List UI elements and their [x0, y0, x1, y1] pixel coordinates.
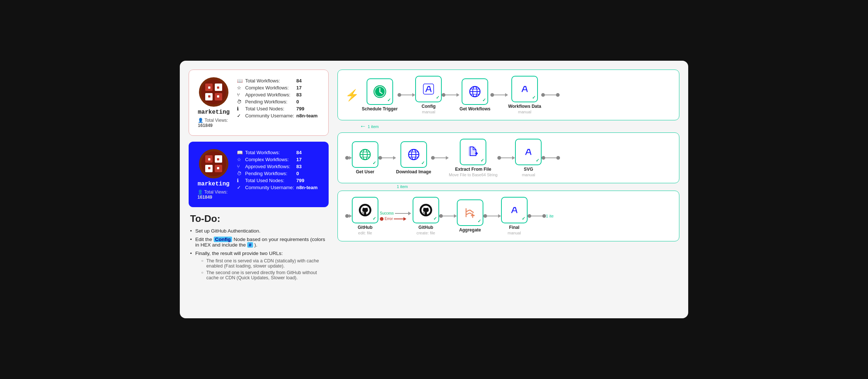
- node-check: ✓: [387, 98, 391, 103]
- stat-icon: 📖: [237, 77, 245, 84]
- svg-rect-14: [208, 167, 210, 169]
- node-label-aggregate: Aggregate: [459, 227, 481, 233]
- node-check: ✓: [421, 160, 425, 166]
- arrow-2-1: [378, 156, 396, 160]
- node-box-schedule-trigger[interactable]: ✓: [367, 78, 393, 105]
- stat-icon: ⑂: [237, 163, 245, 170]
- node-check: ✓: [482, 98, 486, 103]
- node-final: ✓ Final manual: [501, 197, 528, 235]
- node-sublabel-final: manual: [508, 231, 521, 235]
- node-check: ✓: [477, 219, 481, 224]
- svg-rect-15: [217, 167, 219, 169]
- row2-item-label: 1 item: [397, 184, 408, 189]
- avatar-light: [199, 77, 228, 107]
- node-box-download-image[interactable]: ✓: [400, 141, 427, 168]
- node-box-aggregate[interactable]: ✓: [457, 199, 483, 226]
- node-label-get-user: Get User: [356, 169, 374, 174]
- stat-icon: ☆: [237, 156, 245, 163]
- card-dark-name: marketing: [197, 181, 229, 187]
- stat-icon: 📖: [237, 149, 245, 156]
- branch-error: Error: [380, 217, 406, 221]
- node-box-github-create[interactable]: ✓: [413, 197, 439, 223]
- node-box-workflows-data[interactable]: ✓: [511, 76, 538, 102]
- stat-icon: ⏱: [237, 170, 245, 177]
- node-extract-from-file: ✓ Extract From File Move File to Base64 …: [449, 139, 497, 177]
- avatar-dark: [199, 149, 228, 178]
- node-label-final: Final: [509, 225, 519, 230]
- svg-rect-13: [217, 158, 219, 160]
- card-dark-views: 👤 Total Views: 161849: [197, 190, 230, 200]
- todo-list: Set up GitHub Authentication. Edit the C…: [190, 228, 327, 280]
- node-svg: ✓ SVG manual: [515, 139, 542, 177]
- svg-rect-7: [217, 95, 219, 98]
- left-panel: marketing 👤 Total Views: 161849 📖 Total …: [189, 70, 329, 309]
- node-download-image: ✓ Download Image: [396, 141, 431, 174]
- svg-rect-4: [208, 86, 210, 89]
- arrow-2-2: [431, 156, 449, 160]
- node-schedule-trigger: ✓ Schedule Trigger: [362, 78, 398, 111]
- hash-note: #: [247, 242, 253, 248]
- sub-item-2: The second one is served directly from G…: [201, 270, 327, 280]
- node-label-github-create: GitHub: [419, 225, 433, 230]
- node-box-extract-from-file[interactable]: ✓: [460, 139, 486, 165]
- todo-item-1: Set up GitHub Authentication.: [190, 228, 327, 234]
- node-github-edit: ✓ GitHub edit: file: [352, 197, 378, 235]
- arrow-3-2: [439, 214, 457, 218]
- stat-icon: ⏱: [237, 98, 245, 105]
- stat-icon: ✓: [237, 112, 245, 119]
- node-get-user: ✓ Get User: [352, 141, 378, 174]
- node-box-config[interactable]: ✓: [415, 76, 442, 102]
- svg-rect-21: [423, 84, 434, 94]
- card-light-views: 👤 Total Views: 161849: [198, 118, 230, 128]
- svg-rect-6: [208, 95, 210, 98]
- node-sublabel-workflows-data: manual: [518, 110, 531, 114]
- workflow-area: ⚡ ✓ Schedule Trigger: [337, 70, 679, 309]
- node-github-create: ✓ GitHub create: file: [413, 197, 439, 235]
- node-check: ✓: [532, 95, 536, 100]
- main-container: marketing 👤 Total Views: 161849 📖 Total …: [180, 61, 688, 318]
- node-label-get-workflows: Get Workflows: [459, 106, 490, 111]
- arrow-3: [490, 93, 508, 97]
- arrow-4: [541, 93, 560, 97]
- arrow-3-4: [528, 214, 546, 218]
- node-sublabel-config: manual: [422, 110, 435, 114]
- node-label-schedule-trigger: Schedule Trigger: [362, 106, 398, 111]
- row-spacer: [337, 185, 679, 191]
- node-sublabel-github-create: create: file: [416, 231, 435, 235]
- branch-success: Success: [380, 211, 411, 215]
- node-check: ✓: [372, 160, 376, 166]
- row3-item-label: 1 ite: [546, 214, 554, 218]
- node-box-svg[interactable]: ✓: [515, 139, 542, 165]
- arrow-2-3: [497, 156, 515, 160]
- node-get-workflows: ✓ Get Workflows: [459, 78, 490, 111]
- node-check: ✓: [522, 216, 525, 221]
- workflow-row-1: ⚡ ✓ Schedule Trigger: [337, 70, 679, 120]
- node-check: ✓: [536, 158, 539, 163]
- node-box-get-user[interactable]: ✓: [352, 141, 378, 168]
- sub-list: The first one is served via a CDN (stati…: [195, 258, 327, 280]
- node-sublabel-svg: manual: [522, 173, 535, 177]
- card-light-info: 📖 Total Workflows: 84 ☆ Complex Workflow…: [237, 77, 320, 119]
- node-box-get-workflows[interactable]: ✓: [462, 78, 488, 105]
- sub-item-1: The first one is served via a CDN (stati…: [201, 258, 327, 269]
- card-dark-info: 📖 Total Workflows: 84 ☆ Complex Workflow…: [237, 149, 320, 191]
- node-box-github-edit[interactable]: ✓: [352, 197, 378, 223]
- node-sublabel-extract-from-file: Move File to Base64 String: [449, 173, 497, 177]
- node-check: ✓: [480, 158, 484, 163]
- branch-arrows: Success Error: [380, 211, 411, 221]
- row1-connector: ← 1 item: [337, 123, 679, 130]
- arrow-3-0: [345, 214, 352, 218]
- node-sublabel-github-edit: edit: file: [358, 231, 372, 235]
- stat-icon: ✓: [237, 184, 245, 191]
- arrow-3-3: [483, 214, 501, 218]
- card-dark: marketing 👤 Total Views: 161849 📖 Total …: [189, 142, 329, 207]
- node-aggregate: ✓ Aggregate: [457, 199, 483, 233]
- node-label-download-image: Download Image: [396, 169, 431, 174]
- arrow-2: [442, 93, 459, 97]
- arrow-2-4: [542, 156, 560, 160]
- trigger-icon: ⚡: [345, 89, 359, 102]
- node-box-final[interactable]: ✓: [501, 197, 528, 223]
- node-label-extract-from-file: Extract From File: [455, 167, 491, 172]
- config-link[interactable]: Config: [214, 237, 232, 242]
- card-light: marketing 👤 Total Views: 161849 📖 Total …: [189, 70, 329, 136]
